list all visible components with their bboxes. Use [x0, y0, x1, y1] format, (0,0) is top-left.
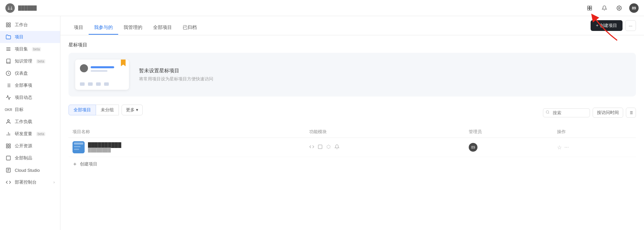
star-section-title: 星标项目: [68, 42, 636, 48]
svg-rect-40: [74, 143, 83, 145]
ellipsis-icon: ···: [629, 23, 632, 28]
user-avatar[interactable]: 89: [629, 3, 639, 13]
sidebar-item-label: 仪表盘: [15, 70, 28, 76]
add-project-label: 创建项目: [80, 161, 97, 167]
sidebar-item-workbench[interactable]: 工作台: [0, 19, 60, 31]
svg-rect-42: [74, 149, 79, 150]
workbench-icon: [5, 22, 11, 28]
table-row: ██████████ ████████: [68, 138, 636, 157]
svg-rect-41: [74, 146, 81, 147]
sidebar-item-label: 目标: [15, 107, 24, 113]
actions-cell: ☆ ···: [553, 138, 636, 157]
svg-rect-8: [9, 25, 10, 27]
project-avatar: [73, 141, 85, 153]
dashboard-icon: [5, 70, 11, 76]
more-action-icon[interactable]: ···: [564, 144, 569, 150]
svg-line-11: [8, 73, 9, 74]
sidebar-item-dashboard[interactable]: 仪表盘: [0, 67, 60, 79]
sidebar-item-projects[interactable]: 项目: [0, 31, 60, 43]
sidebar: 工作台 项目 项目集 beta 知识管理 beta 仪表: [0, 16, 60, 230]
workload-icon: [5, 119, 11, 125]
svg-point-31: [546, 111, 549, 113]
admin-avatar: 89: [469, 143, 477, 152]
dynamics-icon: [5, 94, 11, 101]
illustration-line1: [91, 66, 114, 68]
sidebar-item-open-resources[interactable]: 公开资源: [0, 140, 60, 152]
sidebar-item-dev-metrics[interactable]: 研发度量 beta: [0, 128, 60, 140]
org-name: ██████: [18, 5, 37, 10]
more-options-button[interactable]: ···: [625, 20, 636, 31]
sidebar-item-all-products[interactable]: 全部制品: [0, 152, 60, 164]
sidebar-item-project-sets[interactable]: 项目集 beta: [0, 43, 60, 55]
tab-all-projects[interactable]: 全部项目: [148, 21, 177, 35]
star-illustration: [75, 60, 129, 90]
sidebar-item-dynamics[interactable]: 项目动态: [0, 91, 60, 104]
sidebar-item-label: 全部事项: [15, 82, 32, 88]
sidebar-item-label: 项目动态: [15, 94, 32, 101]
svg-rect-1: [590, 6, 592, 8]
project-table: 项目名称 功能模块 管理员 操作: [68, 126, 636, 157]
bell-icon[interactable]: [600, 3, 609, 13]
col-project-name: 项目名称: [68, 126, 305, 138]
tab-managed[interactable]: 我管理的: [118, 21, 148, 35]
project-name-cell: ██████████ ████████: [68, 138, 305, 157]
svg-line-32: [548, 113, 549, 114]
star-empty-title: 暂未设置星标项目: [139, 68, 213, 74]
svg-rect-23: [9, 144, 10, 146]
proj-tab-ungrouped[interactable]: 未分组: [96, 105, 119, 115]
knowledge-icon: [5, 58, 11, 64]
sidebar-item-goals[interactable]: OKR 目标: [0, 104, 60, 116]
star-empty-text: 暂未设置星标项目 将常用项目设为星标项目方便快速访问: [139, 68, 213, 82]
svg-point-4: [618, 7, 620, 9]
proj-tab-more[interactable]: 更多 ▾: [122, 105, 143, 115]
project-text: ██████████ ████████: [88, 142, 121, 152]
code-feature-icon[interactable]: [309, 144, 314, 150]
svg-rect-6: [9, 23, 10, 25]
sidebar-badge-beta: beta: [32, 47, 41, 51]
illustration-bottom-icons: [80, 82, 109, 86]
sort-button[interactable]: 按访问时间: [593, 108, 623, 118]
sidebar-item-deploy-console[interactable]: 部署控制台 ›: [0, 176, 60, 188]
gear-icon[interactable]: [614, 3, 624, 13]
proj-tab-all[interactable]: 全部项目: [68, 105, 96, 115]
ci-feature-icon[interactable]: [326, 144, 331, 150]
svg-point-18: [7, 120, 9, 121]
project-title: ██████████: [88, 142, 121, 148]
project-filter-tabs: 全部项目 未分组 更多 ▾: [68, 105, 143, 115]
create-project-button[interactable]: + 创建项目: [591, 20, 623, 31]
tab-archived[interactable]: 已归档: [177, 21, 202, 35]
sidebar-item-workload[interactable]: 工作负载: [0, 116, 60, 128]
illustration-icon3: [96, 82, 101, 86]
sidebar-item-all-items[interactable]: 全部事项: [0, 79, 60, 91]
content-area: 项目 我参与的 我管理的 全部项目 已归档 + 创建项目 ··· 星标项目: [60, 16, 644, 230]
svg-rect-7: [6, 25, 8, 27]
illustration-icon4: [104, 82, 109, 86]
star-icon[interactable]: ☆: [557, 144, 562, 151]
sidebar-item-cloud-studio[interactable]: Cloud Studio: [0, 164, 60, 176]
tab-all[interactable]: 项目: [68, 21, 89, 35]
col-features: 功能模块: [305, 126, 465, 138]
star-empty-desc: 将常用项目设为星标项目方便快速访问: [139, 76, 213, 82]
topbar-left: ██████: [5, 3, 37, 13]
sidebar-item-label: 项目集: [15, 46, 28, 52]
search-icon: [546, 110, 550, 115]
window-icon[interactable]: [585, 3, 594, 13]
all-products-icon: [5, 155, 11, 161]
goals-icon: OKR: [5, 107, 11, 113]
add-project-row[interactable]: 创建项目: [68, 157, 636, 171]
svg-rect-3: [590, 8, 592, 10]
sidebar-item-knowledge[interactable]: 知识管理 beta: [0, 55, 60, 67]
chevron-right-icon: ›: [53, 180, 55, 185]
notify-feature-icon[interactable]: [334, 144, 339, 150]
page-header-right: + 创建项目 ···: [591, 20, 636, 35]
svg-rect-43: [318, 145, 322, 149]
sidebar-item-label: Cloud Studio: [15, 168, 40, 173]
dev-metrics-icon: [5, 131, 11, 137]
sort-order-button[interactable]: [626, 108, 636, 118]
search-input[interactable]: [543, 108, 590, 117]
page-header: 项目 我参与的 我管理的 全部项目 已归档 + 创建项目 ···: [60, 16, 644, 35]
tab-participated[interactable]: 我参与的: [89, 21, 118, 35]
projects-icon: [5, 34, 11, 40]
sidebar-item-label: 全部制品: [15, 155, 32, 161]
wiki-feature-icon[interactable]: [318, 144, 323, 150]
